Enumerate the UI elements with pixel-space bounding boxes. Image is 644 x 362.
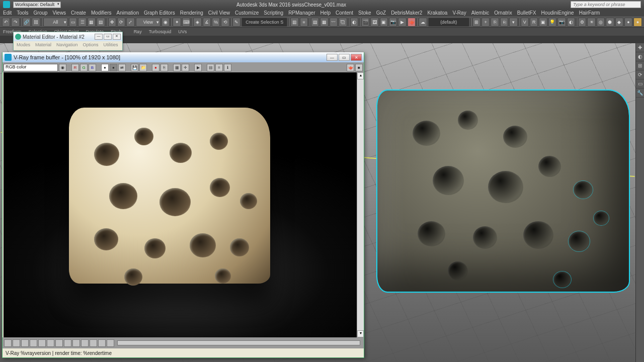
hierarchy-tab[interactable]: ⊞ (636, 61, 644, 70)
stamp-button[interactable] (81, 339, 89, 347)
redo-button[interactable]: ↷ (11, 18, 19, 27)
render-output-view[interactable] (4, 72, 357, 337)
rotate-button[interactable]: ⟳ (117, 18, 125, 27)
render-preset-dropdown[interactable]: (default) (428, 18, 469, 27)
vfb-vscrollbar[interactable]: ▴ ▾ (357, 72, 364, 337)
render-setup-button[interactable]: 🎬 (361, 18, 369, 27)
menu-item[interactable]: Help (320, 10, 331, 16)
green-channel-button[interactable]: G (80, 64, 88, 71)
menu-item[interactable]: Utilities (104, 42, 118, 47)
manipulate-button[interactable]: ✦ (173, 18, 181, 27)
window-crossing-button[interactable]: ▤ (97, 18, 105, 27)
menu-item[interactable]: Content (336, 10, 353, 16)
bloom-button[interactable] (90, 339, 97, 347)
autodesk360-button[interactable]: ☁ (419, 18, 427, 27)
detach-button[interactable]: ⎗ (500, 18, 508, 27)
lut-button[interactable] (47, 339, 54, 347)
plugin-button[interactable]: ◎ (597, 18, 605, 27)
mirror-button[interactable]: ▥ (290, 18, 298, 27)
ribbon-tab[interactable]: Turbosquid (149, 29, 172, 34)
menu-item[interactable]: Alembic (471, 10, 490, 16)
menu-item[interactable]: Edit (3, 10, 12, 16)
rendered-frame-button[interactable]: 🖼 (370, 18, 378, 27)
vray-mat-button[interactable]: ◐ (567, 18, 575, 27)
material-editor-titlebar[interactable]: Material Editor - Material #2 — ▭ ✕ (14, 32, 122, 41)
viewport-object-cheese[interactable] (372, 80, 634, 322)
menu-item[interactable]: Animation (116, 10, 138, 16)
snap-toggle[interactable]: ◈ (193, 18, 201, 27)
help-search-input[interactable] (571, 1, 641, 8)
menu-item[interactable]: GoZ (376, 10, 386, 16)
ref-coord-dropdown[interactable]: View (136, 18, 160, 27)
plugin-button[interactable]: ● (624, 18, 632, 27)
undo-button[interactable]: ↶ (2, 18, 10, 27)
display-tab[interactable]: ▭ (636, 79, 644, 88)
layer-explorer-button[interactable]: ▤ (311, 18, 319, 27)
named-selection-dropdown[interactable]: Create Selection S (242, 18, 287, 27)
keyboard-shortcut-button[interactable]: ⌨ (182, 18, 190, 27)
collapse-button[interactable]: ▾ (509, 18, 517, 27)
modify-tab[interactable]: ◐ (636, 52, 644, 61)
menu-item[interactable]: Rendering (180, 10, 203, 16)
workspace-selector[interactable]: Workspace: Default (13, 2, 61, 8)
plugin-button[interactable]: ☀ (587, 18, 595, 27)
ribbon-tab[interactable]: Ray (134, 29, 142, 34)
pixel-info-button[interactable]: ℹ (224, 64, 231, 71)
menu-item[interactable]: Create (71, 10, 86, 16)
save-button[interactable]: 💾 (131, 64, 138, 71)
menu-item[interactable]: Group (34, 10, 48, 16)
icc-button[interactable] (38, 339, 46, 347)
link-button[interactable]: 🔗 (23, 18, 31, 27)
select-region-button[interactable]: ▦ (88, 18, 96, 27)
move-button[interactable]: ✥ (108, 18, 116, 27)
vfb-history-button[interactable]: ≡ (215, 64, 223, 71)
motion-tab[interactable]: ⟳ (636, 70, 644, 79)
menu-item[interactable]: Krakatoa (427, 10, 447, 16)
menu-item[interactable]: Views (52, 10, 66, 16)
state-sets-button[interactable]: ▣ (380, 18, 388, 27)
menu-item[interactable]: HoudiniEngine (541, 10, 574, 16)
clear-button[interactable]: ● (152, 64, 159, 71)
exposure-button[interactable] (13, 339, 20, 347)
show-corrections-button[interactable]: ▤ (207, 64, 214, 71)
menu-item[interactable]: Navigation (56, 42, 78, 47)
blue-channel-button[interactable]: B (89, 64, 96, 71)
menu-item[interactable]: RPManager (288, 10, 315, 16)
region-button[interactable]: ▦ (173, 64, 181, 71)
render-button[interactable]: 🫖 (408, 18, 416, 27)
attach-button[interactable]: ⎘ (491, 18, 499, 27)
red-channel-button[interactable]: R (71, 64, 79, 71)
curve-editor-button[interactable]: 〰 (330, 18, 338, 27)
track-mouse-button[interactable]: ✛ (182, 64, 189, 71)
menu-item[interactable]: Stoke (358, 10, 371, 16)
close-button[interactable]: ✕ (351, 54, 362, 61)
camera-sequencer-button[interactable]: 📷 (389, 18, 397, 27)
levels-button[interactable] (21, 339, 29, 347)
material-editor-window[interactable]: Material Editor - Material #2 — ▭ ✕ Mode… (13, 32, 123, 51)
menu-item[interactable]: Options (83, 42, 99, 47)
menu-item[interactable]: Customize (235, 10, 259, 16)
align-button[interactable]: ≡ (300, 18, 308, 27)
spinner-snap-button[interactable]: ⟲ (221, 18, 229, 27)
outliner-button[interactable]: ⊞ (472, 18, 480, 27)
alpha-button[interactable]: ● (101, 64, 109, 71)
select-name-button[interactable]: ☰ (78, 18, 86, 27)
lens-fx-button[interactable] (98, 339, 106, 347)
menu-item[interactable]: HairFarm (579, 10, 600, 16)
copy-button[interactable]: ⎘ (160, 64, 168, 71)
select-button[interactable]: ▭ (69, 18, 77, 27)
menu-item[interactable]: Scripting (264, 10, 283, 16)
render-last-button[interactable]: 🫖 (347, 64, 354, 71)
add-button[interactable]: + (481, 18, 490, 27)
plugin-button[interactable]: ⬢ (606, 18, 614, 27)
menu-item[interactable]: Material (35, 42, 51, 47)
srgb-button[interactable] (64, 339, 71, 347)
compare-button[interactable] (107, 339, 114, 347)
maximize-button[interactable]: ▭ (104, 34, 112, 40)
vray-frame-buffer-window[interactable]: V-Ray frame buffer - [100% of 1920 x 108… (2, 52, 364, 358)
ribbon-tab[interactable]: UVs (178, 29, 187, 34)
rgb-toggle[interactable]: ◉ (59, 64, 66, 71)
menu-item[interactable]: Civil View (208, 10, 230, 16)
menu-item[interactable]: Modifiers (91, 10, 112, 16)
bg-button[interactable] (72, 339, 80, 347)
